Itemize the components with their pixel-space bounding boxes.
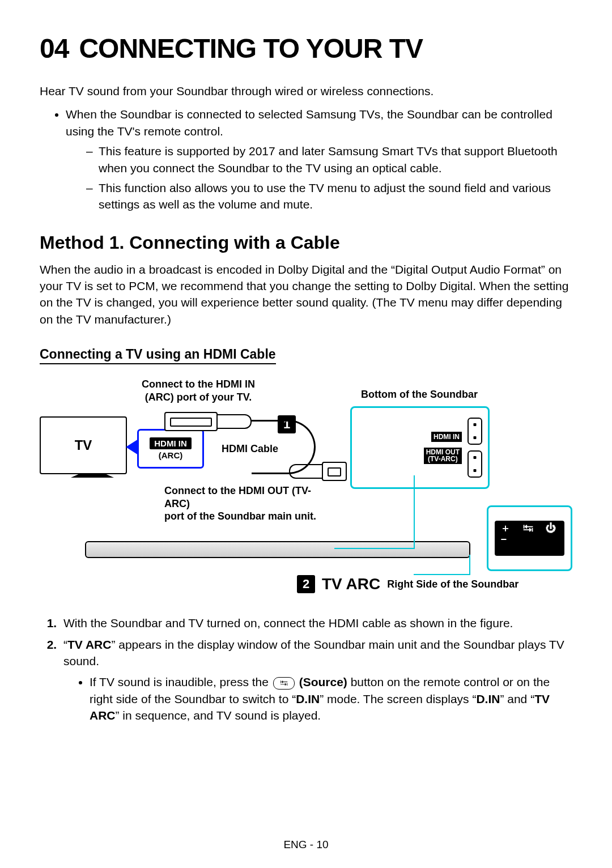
hdmi-port-icon [468,450,482,478]
right-side-label: Right Side of the Soundbar [387,578,518,590]
leader-line-icon [469,555,470,575]
connect-sb-label: Connect to the HDMI OUT (TV-ARC) port of… [164,484,334,523]
soundbar-bottom-panel: HDMI IN HDMI OUT (TV-ARC) [350,406,490,489]
connect-tv-label: Connect to the HDMI IN (ARC) port of you… [136,378,261,403]
tv-stand-icon [71,473,114,478]
method1-heading: Method 1. Connecting with a Cable [40,232,572,253]
tv-icon: TV [40,416,127,474]
port-hdmi-out-label: HDMI OUT (TV-ARC) [424,448,462,464]
sub-heading: Connecting a TV using an HDMI Cable [40,347,276,364]
leader-line-icon [414,475,415,548]
soundbar-icon [85,541,470,558]
intro-paragraph: Hear TV sound from your Soundbar through… [40,83,572,99]
tv-arc-text: TV ARC [322,575,380,593]
intro-bullet-list: When the Soundbar is connected to select… [40,106,572,212]
steps-list: With the Soundbar and TV turned on, conn… [40,615,572,724]
soundbar-side-panel: ＋ ⭾ ⏻ − [487,505,572,571]
port-hdmi-in-label: HDMI IN [431,432,462,442]
list-item: “TV ARC” appears in the display window o… [60,636,572,724]
hdmi-plug-icon [164,412,218,431]
side-panel-buttons: ＋ ⭾ ⏻ − [495,521,564,556]
leader-line-icon [334,548,415,549]
section-heading: 04CONNECTING TO YOUR TV [40,33,572,64]
list-item: This feature is supported by 2017 and la… [86,143,572,176]
source-button-icon: ⭾ [273,677,295,690]
hdmi-connector-icon [289,464,324,479]
hdmi-port-icon [468,418,482,445]
list-item: This function also allows you to use the… [86,180,572,213]
connection-diagram: Connect to the HDMI IN (ARC) port of you… [40,378,572,605]
list-item: When the Soundbar is connected to select… [66,106,572,212]
tv-arc-row: 2 TV ARC Right Side of the Soundbar [297,575,518,593]
callout-arrow-icon [126,439,138,455]
list-item: If TV sound is inaudible, press the ⭾ (S… [90,674,572,724]
page-footer: ENG - 10 [0,839,612,851]
step-2-badge: 2 [297,575,315,593]
intro-dash-list: This feature is supported by 2017 and la… [66,143,572,213]
hdmi-in-callout: HDMI IN (ARC) [137,429,204,469]
section-number: 04 [40,33,69,63]
bottom-soundbar-label: Bottom of the Soundbar [357,388,482,401]
section-title: CONNECTING TO YOUR TV [79,33,423,63]
method1-paragraph: When the audio in a broadcast is encoded… [40,261,572,328]
list-item: With the Soundbar and TV turned on, conn… [60,615,572,631]
hdmi-connector-icon [216,414,252,429]
hdmi-plug-icon [322,462,347,481]
